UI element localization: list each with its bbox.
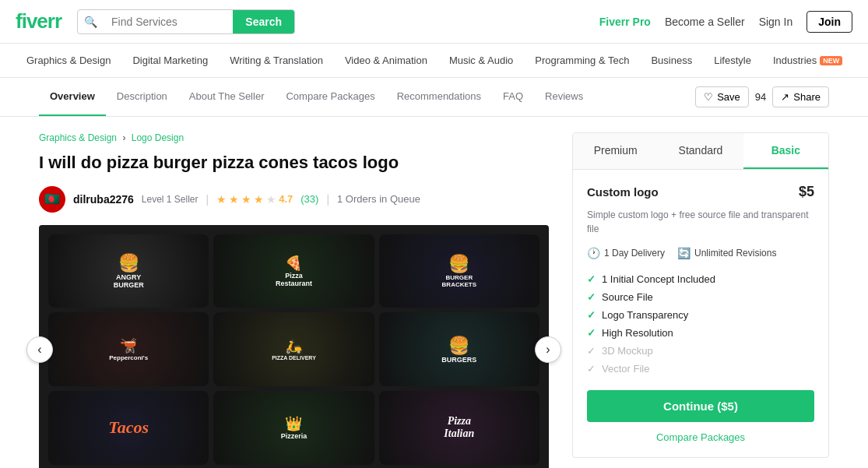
logo-item-tacos: Tacos (48, 391, 209, 465)
check-icon-2: ✓ (587, 291, 596, 303)
nav-lifestyle[interactable]: Lifestyle (703, 44, 762, 77)
logo-grid: 🍔 ANGRYBURGER 🍕 PizzaRestaurant 🍔 BURGER… (39, 225, 549, 468)
breadcrumb-separator: › (122, 132, 128, 143)
nav-graphics-design[interactable]: Graphics & Design (16, 44, 121, 77)
tab-description[interactable]: Description (106, 78, 178, 116)
star-rating: ★ ★ ★ ★ ★ 4.7 (216, 193, 293, 206)
feature-6: ✓ Vector File (587, 360, 814, 378)
save-count: 94 (755, 91, 766, 103)
clock-icon: 🕐 (587, 247, 600, 259)
logo-item-pizza-delivery: 🛵 PIZZA DELIVERY (213, 312, 374, 386)
nav-programming-tech[interactable]: Programming & Tech (524, 44, 640, 77)
tab-about-seller[interactable]: About The Seller (178, 78, 276, 116)
new-badge: NEW (820, 56, 842, 65)
gallery-next-button[interactable]: › (535, 336, 561, 363)
feature-2: ✓ Source File (587, 288, 814, 306)
nav-music-audio[interactable]: Music & Audio (438, 44, 524, 77)
save-label: Save (717, 91, 740, 103)
breadcrumb-parent[interactable]: Graphics & Design (39, 132, 117, 143)
feature-1: ✓ 1 Initial Concept Included (587, 270, 814, 288)
tab-standard[interactable]: Standard (658, 133, 743, 169)
compare-packages-link[interactable]: Compare Packages (587, 431, 814, 443)
breadcrumb: Graphics & Design › Logo Design (39, 132, 549, 143)
orders-queue: 1 Orders in Queue (337, 193, 420, 205)
logo-item-pizza-restaurant: 🍕 PizzaRestaurant (213, 234, 374, 308)
nav-digital-marketing[interactable]: Digital Marketing (121, 44, 219, 77)
feature-5: ✓ 3D Mockup (587, 342, 814, 360)
breadcrumb-child[interactable]: Logo Design (132, 132, 184, 143)
gig-title: I will do pizza burger pizza cones tacos… (39, 151, 549, 175)
tab-recommendations[interactable]: Recommendations (386, 78, 492, 116)
share-icon: ↗ (781, 91, 789, 103)
package-description: Simple custom logo + free source file an… (587, 208, 814, 236)
tab-premium[interactable]: Premium (573, 133, 658, 169)
check-icon-3: ✓ (587, 309, 596, 321)
logo-item-burger-brackets: 🍔 BURGERBRACKETS (379, 234, 539, 308)
star-5: ★ (266, 193, 276, 206)
check-icon-6: ✓ (587, 363, 596, 375)
package-name: Custom logo (587, 185, 659, 199)
logo-item-burgers: 🍔 BURGERS (379, 312, 539, 386)
continue-button[interactable]: Continue ($5) (587, 390, 814, 422)
header: fiverr 🔍 Search Fiverr Pro Become a Sell… (0, 0, 868, 44)
star-4: ★ (254, 193, 264, 206)
nav-video-animation[interactable]: Video & Animation (334, 44, 438, 77)
search-icon: 🔍 (78, 16, 104, 28)
tab-basic[interactable]: Basic (743, 133, 828, 169)
sign-in-link[interactable]: Sign In (759, 16, 793, 28)
left-column: Graphics & Design › Logo Design I will d… (39, 132, 549, 468)
revisions-meta: 🔄 Unlimited Revisions (677, 247, 776, 259)
save-button[interactable]: ♡ Save (695, 86, 749, 107)
tab-compare-packages[interactable]: Compare Packages (275, 78, 385, 116)
package-meta: 🕐 1 Day Delivery 🔄 Unlimited Revisions (587, 247, 814, 259)
features-list: ✓ 1 Initial Concept Included ✓ Source Fi… (587, 270, 814, 378)
nav-business[interactable]: Business (640, 44, 703, 77)
seller-name[interactable]: dilruba2276 (73, 193, 134, 206)
seller-info: 🇧🇩 dilruba2276 Level 1 Seller | ★ ★ ★ ★ … (39, 186, 549, 213)
package-tabs: Premium Standard Basic (573, 133, 828, 170)
delivery-meta: 🕐 1 Day Delivery (587, 247, 665, 259)
search-bar: 🔍 Search (77, 9, 295, 34)
package-header-row: Custom logo $5 (587, 184, 814, 200)
join-button[interactable]: Join (807, 11, 852, 33)
delivery-label: 1 Day Delivery (604, 248, 665, 259)
main-content: Graphics & Design › Logo Design I will d… (0, 117, 868, 468)
star-3: ★ (241, 193, 251, 206)
fiverr-logo: fiverr (16, 9, 61, 33)
tab-faq[interactable]: FAQ (492, 78, 534, 116)
share-label: Share (793, 91, 821, 103)
tabs-bar: Overview Description About The Seller Co… (0, 78, 868, 117)
share-button[interactable]: ↗ Share (772, 86, 829, 107)
logo-item-pizzeria: 👑 Pizzeria (213, 391, 374, 465)
package-panel: Premium Standard Basic Custom logo $5 Si… (572, 132, 829, 458)
seller-level: Level 1 Seller (142, 194, 199, 205)
package-body: Custom logo $5 Simple custom logo + free… (573, 170, 828, 457)
avatar: 🇧🇩 (39, 186, 65, 213)
search-button[interactable]: Search (233, 10, 294, 33)
tab-reviews[interactable]: Reviews (534, 78, 594, 116)
heart-icon: ♡ (704, 91, 713, 103)
header-nav: Fiverr Pro Become a Seller Sign In Join (599, 11, 852, 33)
image-gallery: ‹ 🍔 ANGRYBURGER 🍕 PizzaRestaurant 🍔 BURG… (39, 225, 549, 468)
gallery-prev-button[interactable]: ‹ (26, 336, 53, 363)
refresh-icon: 🔄 (677, 247, 691, 259)
fiverr-pro-link[interactable]: Fiverr Pro (599, 16, 651, 28)
logo-item-pizza-italian: PizzaItalian (379, 391, 539, 465)
nav-writing-translation[interactable]: Writing & Translation (219, 44, 334, 77)
logo-item-pepperconi: 🫕 Pepperconi's (48, 312, 209, 386)
become-seller-link[interactable]: Become a Seller (665, 16, 745, 28)
tab-overview[interactable]: Overview (39, 78, 106, 116)
nav-industries[interactable]: Industries NEW (762, 44, 853, 77)
check-icon-1: ✓ (587, 273, 596, 285)
feature-3: ✓ Logo Transparency (587, 306, 814, 324)
feature-4: ✓ High Resolution (587, 324, 814, 342)
search-input[interactable] (104, 10, 233, 33)
check-icon-4: ✓ (587, 327, 596, 339)
package-price: $5 (799, 184, 814, 200)
reviews-count[interactable]: (33) (300, 193, 318, 205)
star-1: ★ (216, 193, 227, 206)
tab-actions: ♡ Save 94 ↗ Share (695, 86, 829, 107)
rating-value: 4.7 (279, 193, 293, 205)
check-icon-5: ✓ (587, 345, 596, 357)
category-navbar: Graphics & Design Digital Marketing Writ… (0, 44, 868, 78)
